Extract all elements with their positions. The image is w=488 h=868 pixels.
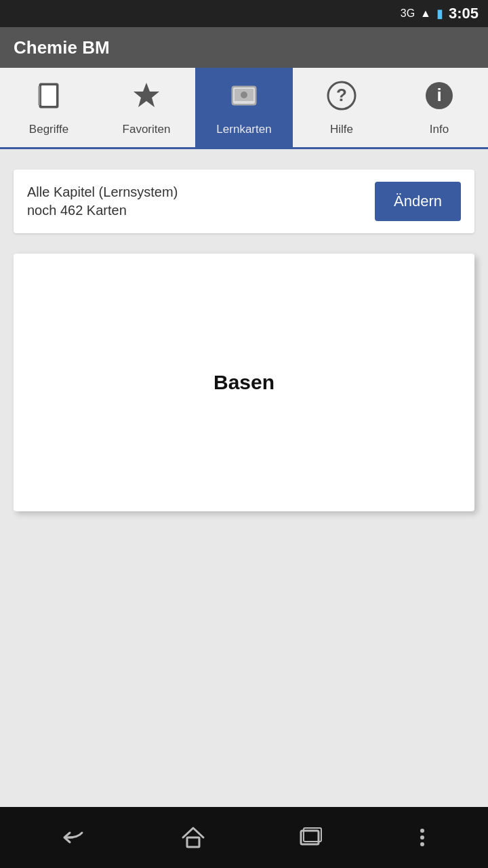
signal-icon: 3G: [401, 7, 415, 20]
tab-begriffe-label: Begriffe: [29, 123, 68, 136]
book-icon: [33, 79, 65, 119]
main-content: Alle Kapitel (Lernsystem) noch 462 Karte…: [0, 149, 488, 807]
tab-hilfe-label: Hilfe: [330, 123, 353, 136]
menu-button[interactable]: [402, 818, 443, 856]
home-button[interactable]: [166, 818, 220, 856]
selection-bar: Alle Kapitel (Lernsystem) noch 462 Karte…: [14, 170, 474, 233]
tab-lernkarten[interactable]: Lernkarten: [195, 68, 293, 147]
selection-info: Alle Kapitel (Lernsystem) noch 462 Karte…: [27, 184, 178, 218]
svg-rect-8: [241, 93, 247, 97]
svg-rect-13: [187, 837, 199, 847]
bottom-nav: [0, 807, 488, 868]
svg-point-18: [420, 842, 424, 846]
selection-subtitle: noch 462 Karten: [27, 203, 178, 218]
svg-text:i: i: [436, 85, 441, 105]
battery-icon: ▮: [436, 6, 443, 21]
cards-icon: [228, 79, 260, 119]
signal-bars-icon: ▲: [420, 7, 431, 20]
back-button[interactable]: [45, 821, 102, 854]
tab-favoriten[interactable]: Favoriten: [98, 68, 195, 147]
svg-point-16: [420, 829, 424, 833]
tab-info[interactable]: i Info: [390, 68, 488, 147]
help-icon: ?: [325, 79, 358, 119]
tab-begriffe[interactable]: Begriffe: [0, 68, 98, 147]
selection-title: Alle Kapitel (Lernsystem): [27, 184, 178, 200]
svg-point-17: [420, 835, 424, 840]
change-button[interactable]: Ändern: [375, 182, 461, 221]
svg-text:?: ?: [336, 85, 347, 105]
clock: 3:05: [449, 5, 479, 22]
star-icon: [130, 79, 163, 119]
tab-bar: Begriffe Favoriten Lernkarten ?: [0, 68, 488, 149]
flashcard-text: Basen: [214, 371, 274, 394]
status-bar: 3G ▲ ▮ 3:05: [0, 0, 488, 27]
app-title: Chemie BM: [14, 37, 110, 58]
tab-lernkarten-label: Lernkarten: [216, 123, 271, 136]
tab-hilfe[interactable]: ? Hilfe: [293, 68, 390, 147]
tab-favoriten-label: Favoriten: [123, 123, 171, 136]
recents-button[interactable]: [284, 818, 338, 856]
title-bar: Chemie BM: [0, 27, 488, 68]
svg-marker-3: [134, 83, 159, 107]
tab-info-label: Info: [430, 123, 449, 136]
info-icon: i: [423, 79, 455, 119]
flashcard[interactable]: Basen: [14, 254, 474, 511]
svg-rect-1: [41, 85, 56, 106]
